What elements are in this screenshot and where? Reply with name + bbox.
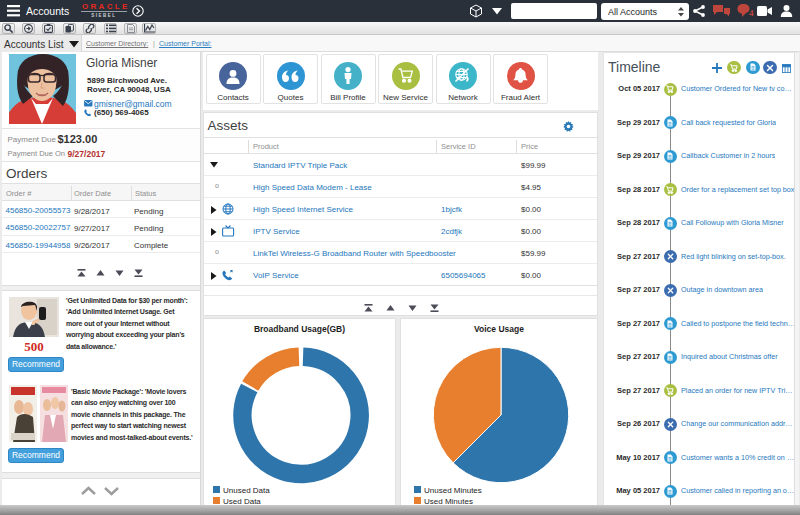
svg-text:4: 4	[749, 8, 754, 18]
